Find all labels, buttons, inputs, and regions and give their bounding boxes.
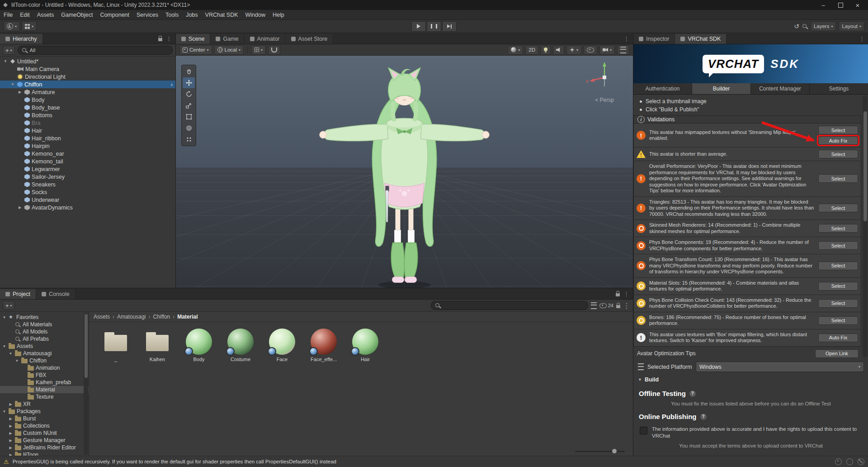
select-button[interactable]: Select [818, 204, 858, 212]
select-button[interactable]: Select [818, 316, 858, 325]
scene-viewport[interactable]: x < Persp [176, 56, 633, 288]
project-tree-row-favorites[interactable]: ▼Favorites [0, 314, 89, 321]
menu-help[interactable]: Help [269, 10, 288, 19]
menu-file[interactable]: File [0, 10, 16, 19]
menu-window[interactable]: Window [242, 10, 269, 19]
foldout-arrow[interactable]: ▶ [8, 446, 13, 450]
breadcrumb-assets[interactable]: Assets [94, 314, 110, 320]
menu-tools[interactable]: Tools [162, 10, 182, 19]
build-foldout[interactable]: ▼ Build [633, 374, 868, 385]
project-tree-row-fbx[interactable]: FBX [0, 372, 89, 379]
project-tree-row-all-prefabs[interactable]: All Prefabs [0, 335, 89, 343]
select-button[interactable]: Select [818, 174, 858, 183]
hierarchy-row-kemono-tail[interactable]: Kemono_tail [0, 157, 175, 165]
close-button[interactable]: × [850, 0, 865, 10]
project-item-costume[interactable]: Costume [224, 329, 257, 362]
projection-label[interactable]: < Persp [584, 97, 625, 103]
breadcrumb-chiffon[interactable]: Chiffon [153, 314, 170, 320]
tab-inspector[interactable]: Inspector [633, 34, 675, 44]
move-tool-button[interactable] [183, 77, 195, 88]
minimize-button[interactable]: – [816, 0, 831, 10]
tab-animator[interactable]: Animator [245, 34, 286, 44]
panel-menu-icon[interactable]: ⋮ [859, 35, 865, 42]
hierarchy-row-body[interactable]: Body [0, 96, 175, 104]
project-tree-row-xr[interactable]: ▶XR [0, 400, 89, 408]
project-tree-row-texture[interactable]: Texture [0, 393, 89, 400]
sdk-tab-settings[interactable]: Settings [810, 83, 868, 94]
open-link-button[interactable]: Open Link [815, 349, 859, 358]
select-button[interactable]: Select [818, 224, 858, 233]
hierarchy-row-underwear[interactable]: Underwear [0, 196, 175, 204]
project-item-hair[interactable]: Hair [349, 329, 382, 362]
shading-mode-dropdown[interactable]: ▾ [508, 45, 523, 55]
foldout-arrow[interactable]: ▶ [8, 402, 13, 406]
lock-icon[interactable] [616, 293, 620, 296]
project-tree-row-material[interactable]: Material [0, 386, 89, 393]
custom-tool-button[interactable] [183, 134, 195, 145]
step-button[interactable] [442, 21, 457, 32]
hierarchy-row-bottoms[interactable]: Bottoms [0, 111, 175, 119]
effects-dropdown[interactable]: ▾ [566, 45, 581, 55]
project-tree-row-kaihen-prefab[interactable]: Kaihen_prefab [0, 379, 89, 386]
pivot-dropdown[interactable]: Center▾ [179, 45, 212, 55]
hierarchy-row-kemono-ear[interactable]: Kemono_ear [0, 150, 175, 157]
foldout-arrow[interactable]: ▶ [8, 424, 13, 428]
handle-space-dropdown[interactable]: Local▾ [214, 45, 244, 55]
search-icon[interactable] [802, 24, 808, 29]
grid-visibility-dropdown[interactable]: ▾ [251, 45, 266, 55]
breadcrumb-material[interactable]: Material [177, 314, 198, 320]
tab-scene[interactable]: Scene [176, 34, 210, 44]
hierarchy-row-hair[interactable]: Hair [0, 127, 175, 134]
collab-icon[interactable] [858, 458, 864, 465]
hierarchy-row-sneakers[interactable]: Sneakers [0, 181, 175, 188]
tab-console[interactable]: Console [36, 289, 75, 299]
project-tree-row-animation[interactable]: Animation [0, 364, 89, 372]
tab-game[interactable]: Game [210, 34, 244, 44]
foldout-arrow[interactable]: ▶ [17, 90, 23, 94]
layers-dropdown[interactable]: Layers▾ [811, 21, 836, 31]
search-by-type-icon[interactable] [591, 302, 597, 309]
foldout-arrow[interactable]: ▶ [8, 417, 13, 421]
services-button[interactable]: ▾ [22, 21, 37, 31]
vertical-scrollbar[interactable] [863, 95, 868, 357]
hierarchy-row-main-camera[interactable]: Main Camera [0, 65, 175, 73]
project-tree-row-gesture-manager[interactable]: ▶Gesture Manager [0, 437, 89, 444]
pause-button[interactable] [427, 21, 441, 32]
terms-checkbox[interactable] [640, 427, 647, 434]
foldout-arrow[interactable]: ▶ [8, 453, 13, 456]
create-button[interactable]: + ▾ [3, 46, 15, 55]
platform-dropdown[interactable]: Windows▾ [696, 362, 864, 372]
foldout-arrow[interactable]: ▼ [2, 315, 7, 319]
hierarchy-row-directional-light[interactable]: Directional Light [0, 73, 175, 81]
tab-project[interactable]: Project [0, 289, 36, 299]
project-tree-row-all-models[interactable]: All Models [0, 328, 89, 335]
hidden-count-toggle[interactable]: 24 [599, 303, 613, 308]
rect-tool-button[interactable] [183, 111, 195, 122]
auto-fix-button[interactable]: Auto Fix [818, 334, 858, 342]
prefab-open-arrow[interactable]: › [171, 81, 173, 88]
hierarchy-row-body-base[interactable]: Body_base [0, 104, 175, 111]
project-tree-row-packages[interactable]: ▼Packages [0, 408, 89, 415]
select-button[interactable]: Select [818, 299, 858, 308]
hierarchy-row-hairpin[interactable]: Hairpin [0, 142, 175, 150]
project-item-face[interactable]: Face [265, 329, 299, 362]
select-button[interactable]: Select [818, 262, 858, 270]
breadcrumb-amatousagi[interactable]: Amatousagi [117, 314, 146, 320]
scene-gizmo[interactable]: x < Persp [584, 59, 625, 103]
lock-icon[interactable] [158, 38, 162, 41]
menu-jobs[interactable]: Jobs [182, 10, 201, 19]
foldout-arrow[interactable]: ▼ [2, 410, 7, 414]
status-bar[interactable]: ⚠ PropertiesGUI() is being called recurs… [0, 456, 868, 467]
thumbnail-size-slider[interactable] [575, 451, 625, 452]
undo-history-icon[interactable]: ↺ [794, 23, 799, 29]
project-tree-row-burst[interactable]: ▶Burst [0, 415, 89, 422]
panel-menu-icon[interactable]: ⋮ [623, 291, 629, 297]
sdk-tab-builder[interactable]: Builder [692, 83, 751, 94]
lock-icon[interactable] [616, 305, 620, 308]
foldout-arrow[interactable]: ▼ [3, 59, 8, 63]
hierarchy-row-untitled[interactable]: ▼Untitled* [0, 57, 175, 65]
account-button[interactable]: ▾ [4, 21, 20, 31]
hierarchy-row-hair-ribbon[interactable]: Hair_ribbon [0, 134, 175, 142]
project-tree-row-collections[interactable]: ▶Collections [0, 422, 89, 429]
hand-tool-button[interactable] [183, 66, 195, 77]
